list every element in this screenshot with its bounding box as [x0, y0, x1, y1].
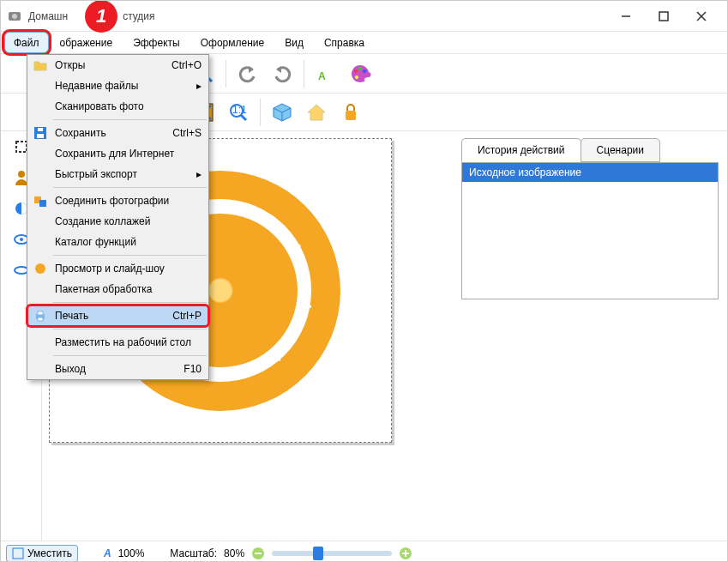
menu-effects[interactable]: Эффекты [123, 32, 190, 53]
print-icon [31, 308, 50, 323]
fit-icon [12, 547, 24, 559]
tab-scenarios[interactable]: Сценарии [581, 138, 660, 162]
menu-view[interactable]: Вид [275, 32, 313, 53]
callout-marker-1: 1 [85, 0, 117, 33]
menu-help[interactable]: Справка [315, 32, 374, 53]
menu-recent[interactable]: Недавние файлы▸ [27, 76, 208, 96]
home-icon[interactable] [300, 96, 333, 129]
menu-catalog[interactable]: Каталог функций [27, 232, 208, 252]
fit-button[interactable]: Уместить [6, 545, 78, 562]
history-list[interactable]: Исходное изображение [461, 162, 719, 299]
menu-print[interactable]: ПечатьCtrl+P [27, 305, 208, 326]
lock-icon[interactable] [334, 96, 367, 129]
menu-open[interactable]: ОткрыCtrl+O [27, 55, 208, 76]
svg-text:1:1: 1:1 [232, 104, 247, 116]
maximize-button[interactable] [645, 3, 683, 29]
menu-save-web[interactable]: Сохранить для Интернет [27, 143, 208, 164]
svg-rect-37 [38, 317, 43, 321]
menu-bar: Файл ображение Эффекты Оформление Вид Сп… [1, 32, 727, 54]
svg-point-24 [18, 171, 25, 178]
folder-open-icon [31, 57, 50, 73]
history-item[interactable]: Исходное изображение [462, 163, 718, 182]
zoom-slider[interactable] [272, 551, 392, 556]
redo-icon[interactable] [266, 57, 298, 90]
menu-exit[interactable]: ВыходF10 [27, 359, 208, 379]
svg-point-34 [35, 263, 45, 274]
zoom-slider-thumb[interactable] [313, 547, 323, 560]
zoom-value: 80% [224, 547, 244, 559]
menu-merge-photos[interactable]: Соединить фотографии [27, 190, 208, 211]
window-title-prefix: Домашн [28, 10, 68, 22]
app-icon [8, 9, 21, 23]
svg-rect-36 [38, 311, 43, 315]
svg-rect-22 [346, 111, 356, 120]
menu-batch[interactable]: Пакетная обработка [27, 279, 208, 299]
svg-rect-38 [13, 548, 23, 559]
svg-point-27 [20, 238, 23, 241]
chevron-right-icon: ▸ [196, 168, 202, 180]
zoom-out-icon[interactable] [251, 547, 265, 560]
svg-marker-21 [308, 105, 325, 120]
svg-point-12 [358, 67, 362, 70]
cube-icon[interactable] [266, 96, 298, 129]
svg-rect-23 [16, 142, 27, 152]
text-icon[interactable]: A [310, 57, 342, 90]
svg-rect-30 [37, 134, 44, 138]
merge-icon [31, 193, 50, 208]
title-bar: Домашн 1 студия [1, 1, 727, 32]
status-bar-upper: Уместить А 100% Масштаб: 80% [1, 541, 727, 562]
text-zoom-icon: А [104, 547, 111, 559]
menu-slideshow[interactable]: Просмотр и слайд-шоу [27, 258, 208, 279]
window-title-suffix: студия [123, 10, 154, 22]
undo-icon[interactable] [232, 57, 264, 90]
text-zoom-value: 100% [118, 547, 145, 559]
chevron-right-icon: ▸ [196, 80, 202, 92]
menu-collage[interactable]: Создание коллажей [27, 211, 208, 232]
svg-marker-8 [249, 66, 254, 73]
menu-file[interactable]: Файл [4, 32, 49, 53]
svg-rect-33 [39, 200, 46, 207]
svg-point-14 [355, 76, 358, 79]
svg-point-13 [363, 69, 366, 73]
right-panel: История действий Сценарии Исходное изобр… [453, 131, 727, 541]
svg-point-11 [354, 69, 358, 73]
menu-quick-export[interactable]: Быстрый экспорт▸ [27, 164, 208, 184]
svg-point-1 [12, 14, 17, 19]
slideshow-icon [31, 261, 50, 276]
svg-rect-3 [659, 12, 668, 21]
svg-marker-9 [276, 66, 281, 73]
menu-save[interactable]: СохранитьCtrl+S [27, 123, 208, 143]
zoom-in-icon[interactable] [399, 547, 412, 560]
close-button[interactable] [683, 3, 720, 29]
svg-text:A: A [318, 70, 326, 82]
menu-scan[interactable]: Сканировать фото [27, 96, 208, 117]
menu-image[interactable]: ображение [51, 32, 123, 53]
minimize-button[interactable] [607, 3, 645, 29]
menu-design[interactable]: Оформление [191, 32, 274, 53]
save-icon [31, 125, 50, 141]
file-menu-dropdown: ОткрыCtrl+O Недавние файлы▸ Сканировать … [27, 54, 209, 380]
zoom-label: Масштаб: [170, 547, 217, 559]
palette-icon[interactable] [344, 57, 376, 90]
menu-desktop[interactable]: Разместить на рабочий стол [27, 332, 208, 353]
zoom-100-icon[interactable]: 1:1 [222, 96, 255, 129]
tab-history[interactable]: История действий [461, 138, 581, 162]
svg-rect-31 [38, 128, 43, 131]
